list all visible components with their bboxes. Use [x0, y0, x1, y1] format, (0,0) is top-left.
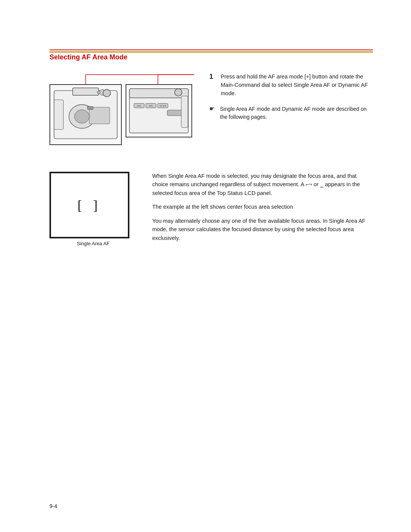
svg-rect-23 — [181, 96, 188, 128]
svg-rect-11 — [54, 100, 63, 129]
camera-left-svg — [50, 85, 121, 144]
svg-rect-13 — [88, 107, 93, 110]
svg-point-10 — [97, 91, 100, 94]
page-number: 9-4 — [49, 503, 57, 509]
second-content-row: [ ] Single Area AF When Single Area AF m… — [49, 172, 373, 248]
focus-bracket: [ ] — [78, 197, 102, 213]
step1-number: 1 — [209, 73, 217, 97]
top-decorative-lines — [49, 50, 373, 53]
top-line-red — [49, 50, 373, 50]
svg-text:AFL: AFL — [149, 105, 153, 107]
camera-right-diagram: AEL AFL AF·ON — [126, 84, 192, 137]
viewfinder-area: [ ] Single Area AF — [49, 172, 137, 248]
desc-para1: When Single Area AF mode is selected, yo… — [152, 172, 373, 197]
description-area: When Single Area AF mode is selected, yo… — [152, 172, 373, 248]
camera-left-diagram — [49, 84, 122, 145]
svg-text:AEL: AEL — [137, 105, 142, 107]
camera-diagrams: AEL AFL AF·ON — [49, 73, 194, 153]
desc-para2: The example at the left shows center foc… — [152, 203, 373, 211]
svg-point-7 — [75, 110, 89, 123]
svg-rect-8 — [89, 107, 110, 124]
viewfinder-box: [ ] — [49, 172, 129, 238]
note-text: Single Area AF mode and Dynamic AF mode … — [220, 105, 373, 121]
top-line-gold — [49, 51, 373, 53]
first-content-row: AEL AFL AF·ON 1 Press and hold the A — [49, 73, 373, 157]
svg-rect-5 — [73, 88, 99, 96]
svg-point-12 — [103, 89, 111, 97]
svg-text:AF·ON: AF·ON — [159, 105, 166, 107]
note-icon: ☛ — [209, 105, 217, 112]
desc-para3: You may alternately choose any one of th… — [152, 217, 373, 242]
camera-right-svg: AEL AFL AF·ON — [126, 85, 191, 137]
page: Selecting AF Area Mode — [0, 0, 411, 532]
camera-diagrams-col: AEL AFL AF·ON — [49, 73, 194, 157]
note-container: ☛ Single Area AF mode and Dynamic AF mod… — [209, 105, 373, 121]
step1-text: Press and hold the AF area mode [+] butt… — [221, 73, 373, 97]
viewfinder-label: Single Area AF — [49, 241, 137, 246]
svg-point-24 — [175, 89, 182, 96]
step1-container: 1 Press and hold the AF area mode [+] bu… — [209, 73, 373, 97]
step1-col: 1 Press and hold the AF area mode [+] bu… — [209, 73, 373, 157]
section-heading: Selecting AF Area Mode — [49, 53, 373, 61]
